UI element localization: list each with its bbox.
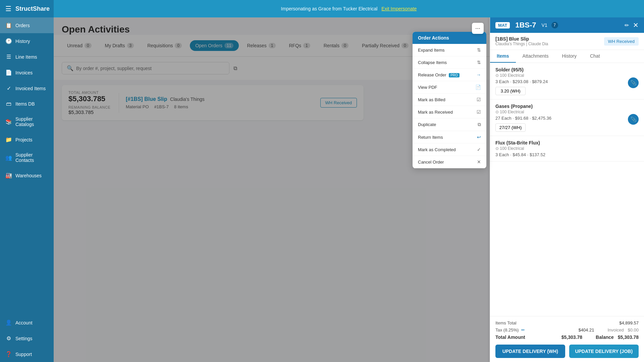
item-input-wrap — [495, 123, 639, 132]
sidebar-bottom: 👤 Account ⚙ Settings ❓ Support — [0, 315, 54, 362]
sidebar-label-support: Support — [15, 352, 32, 357]
logo: StructShare — [15, 5, 50, 12]
item-supplier: ⊙ 100 Electrical — [495, 146, 639, 151]
invoiced-label: Invoiced — [607, 327, 624, 333]
account-icon: 👤 — [5, 319, 12, 326]
cancel-icon: ✕ — [477, 159, 481, 165]
sidebar-label-supplier-catalogs: Supplier Catalogs — [15, 116, 48, 127]
menu-item-view-pdf[interactable]: View PDF 📄 — [413, 81, 486, 94]
orders-icon: 📋 — [5, 22, 12, 28]
sidebar-item-orders[interactable]: 📋 Orders — [0, 17, 54, 33]
projects-icon: 📁 — [5, 136, 12, 143]
sidebar-item-projects[interactable]: 📁 Projects — [0, 132, 54, 147]
panel-tab-history[interactable]: History — [555, 50, 583, 63]
items-total-row: Items Total $4,899.57 — [495, 320, 639, 325]
item-details: 3 Each · $45.84 · $137.52 — [495, 152, 639, 157]
panel-close-button[interactable]: ✕ — [633, 21, 639, 29]
received-icon: ☑ — [477, 109, 481, 115]
panel-edit-button[interactable]: ✏ — [625, 22, 629, 28]
items-db-icon: 🗃 — [5, 101, 12, 107]
item-name: Flux (Sta-Brite Flux) — [495, 140, 639, 145]
sidebar-item-invoiced-items[interactable]: ✓ Invoiced Items — [0, 80, 54, 96]
update-delivery-wh-button[interactable]: UPDATE DELIVERY (WH) — [495, 345, 565, 358]
panel-badge: MAT — [495, 22, 510, 28]
three-dots-button[interactable]: ··· — [472, 23, 484, 34]
right-panel: MAT 1BS-7 V1 7 ✏ ✕ [1BS] Blue Slip Claud… — [490, 17, 644, 362]
total-amount-value: $5,303.78 — [561, 335, 582, 340]
panel-supplier-sub: Claudia's Things | Claude Dia — [495, 42, 548, 46]
update-delivery-job-button[interactable]: UPDATE DELIVERY (JOB) — [569, 345, 639, 358]
items-total-value: $4,899.57 — [619, 320, 639, 325]
order-actions-menu: Order Actions Expand Items ⇅ Collapse It… — [413, 32, 486, 168]
panel-subheader: [1BS] Blue Slip Claudia's Things | Claud… — [490, 33, 644, 50]
sidebar-label-orders: Orders — [15, 23, 30, 28]
attach-button-solder[interactable]: 📎 — [628, 77, 639, 88]
invoiced-amount: $0.00 — [628, 327, 639, 333]
sidebar-item-invoices[interactable]: 📄 Invoices — [0, 65, 54, 80]
sidebar-item-settings[interactable]: ⚙ Settings — [0, 330, 54, 346]
sidebar-item-items-db[interactable]: 🗃 Items DB — [0, 96, 54, 112]
sidebar-label-line-items: Line Items — [15, 54, 37, 60]
tax-amount: $404.21 — [578, 327, 594, 333]
sidebar-label-warehouses: Warehouses — [15, 173, 42, 178]
warehouses-icon: 🏭 — [5, 172, 12, 179]
panel-version-num: 7 — [551, 22, 558, 28]
edit-tax-icon[interactable]: ✏ — [521, 327, 525, 333]
duplicate-icon: ⧉ — [478, 122, 481, 127]
qty-input-solder[interactable] — [495, 87, 526, 95]
panel-body: Solder (95/5) ⊙ 100 Electrical 3 Each · … — [490, 63, 644, 316]
menu-item-mark-billed[interactable]: Mark as Billed ☑ — [413, 94, 486, 106]
invoiced-items-icon: ✓ — [5, 85, 12, 92]
panel-tab-chat[interactable]: Chat — [583, 50, 607, 63]
panel-tab-attachments[interactable]: Attachments — [516, 50, 555, 63]
sidebar-item-support[interactable]: ❓ Support — [0, 346, 54, 362]
menu-item-cancel[interactable]: Cancel Order ✕ — [413, 156, 486, 168]
panel-order-number: 1BS-7 — [515, 21, 536, 29]
list-item: Flux (Sta-Brite Flux) ⊙ 100 Electrical 3… — [490, 136, 644, 162]
wh-received-button[interactable]: WH Received — [604, 37, 639, 46]
menu-item-mark-completed[interactable]: Mark as Completed ✓ — [413, 143, 486, 156]
sidebar-label-account: Account — [15, 320, 33, 325]
total-amount-label: Total Amount — [495, 335, 525, 340]
hamburger-icon[interactable]: ☰ — [5, 5, 11, 13]
menu-item-mark-received[interactable]: Mark as Received ☑ — [413, 106, 486, 118]
sidebar-label-invoiced-items: Invoiced Items — [15, 86, 46, 91]
tax-label: Tax (8.25%) ✏ — [495, 327, 525, 333]
sidebar-item-line-items[interactable]: ☰ Line Items — [0, 49, 54, 65]
sidebar-item-warehouses[interactable]: 🏭 Warehouses — [0, 168, 54, 183]
logo-area: ☰ StructShare — [0, 0, 54, 17]
item-supplier: ⊙ 100 Electrical — [495, 110, 639, 114]
qty-input-gases[interactable] — [495, 123, 526, 132]
list-item: Solder (95/5) ⊙ 100 Electrical 3 Each · … — [490, 63, 644, 100]
attach-button-gases[interactable]: 📎 — [628, 114, 639, 125]
return-icon: ↩ — [477, 134, 481, 140]
menu-item-return[interactable]: Return Items ↩ — [413, 131, 486, 143]
panel-version: V1 — [542, 22, 547, 28]
panel-tab-items[interactable]: Items — [490, 50, 516, 63]
menu-item-collapse[interactable]: Collapse Items ⇅ — [413, 56, 486, 69]
list-item: Gases (Propane) ⊙ 100 Electrical 27 Each… — [490, 100, 644, 136]
tax-row: Tax (8.25%) ✏ $404.21 Invoiced $0.00 — [495, 327, 639, 333]
sidebar-item-history[interactable]: 🕐 History — [0, 33, 54, 49]
support-icon: ❓ — [5, 351, 12, 357]
menu-item-expand[interactable]: Expand Items ⇅ — [413, 44, 486, 56]
panel-tabs: Items Attachments History Chat — [490, 50, 644, 63]
balance-label: Balance — [596, 335, 614, 340]
sidebar: 📋 Orders 🕐 History ☰ Line Items 📄 Invoic… — [0, 17, 54, 362]
settings-icon: ⚙ — [5, 335, 12, 342]
sidebar-item-supplier-catalogs[interactable]: 📚 Supplier Catalogs — [0, 112, 54, 132]
menu-item-release[interactable]: Release Order PRO → — [413, 69, 486, 81]
panel-actions: UPDATE DELIVERY (WH) UPDATE DELIVERY (JO… — [495, 345, 639, 358]
item-input-wrap — [495, 87, 639, 95]
release-icon: → — [476, 72, 481, 77]
item-supplier: ⊙ 100 Electrical — [495, 73, 639, 78]
completed-icon: ✓ — [477, 147, 481, 152]
sidebar-item-account[interactable]: 👤 Account — [0, 315, 54, 330]
sidebar-label-items-db: Items DB — [15, 101, 35, 107]
exit-impersonate-link[interactable]: Exit Impersonate — [381, 6, 417, 11]
sidebar-item-supplier-contacts[interactable]: 👥 Supplier Contacts — [0, 147, 54, 168]
supplier-catalogs-icon: 📚 — [5, 119, 12, 125]
total-row: Total Amount $5,303.78 Balance $5,303.78 — [495, 335, 639, 340]
item-details: 27 Each · $91.68 · $2,475.36 — [495, 116, 639, 121]
menu-item-duplicate[interactable]: Duplicate ⧉ — [413, 118, 486, 131]
